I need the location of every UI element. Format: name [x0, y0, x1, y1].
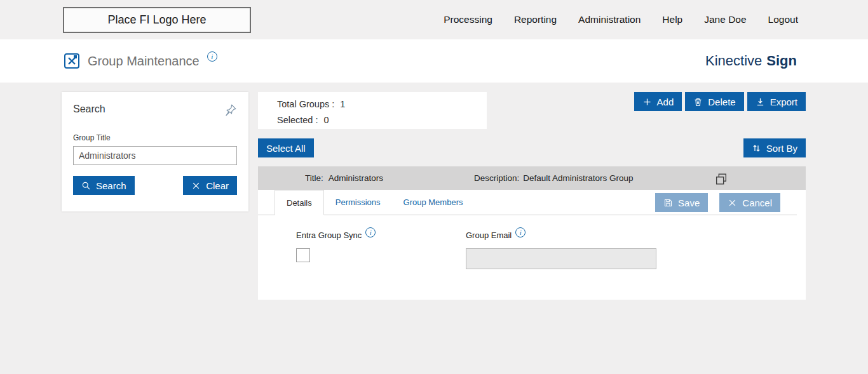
tab-group-members-label: Group Members — [403, 197, 463, 207]
group-toolbar: Add Delete Export — [634, 92, 806, 111]
cancel-x-icon — [728, 198, 737, 208]
search-button-label: Search — [96, 180, 126, 191]
download-icon — [756, 97, 765, 107]
group-email-field: Group Email i — [466, 230, 656, 269]
panel-actions: Save Cancel — [655, 193, 780, 212]
group-email-label: Group Email — [466, 230, 512, 240]
sort-by-label: Sort By — [766, 143, 797, 154]
export-button[interactable]: Export — [747, 92, 806, 111]
group-email-info-icon[interactable]: i — [515, 227, 526, 237]
clear-button[interactable]: Clear — [183, 176, 237, 195]
select-all-label: Select All — [266, 143, 306, 154]
search-icon — [81, 181, 91, 190]
tab-permissions[interactable]: Permissions — [324, 190, 392, 215]
entra-group-sync-field: Entra Group Sync i — [296, 230, 376, 262]
group-title-label: Group Title — [73, 133, 237, 142]
group-email-label-row: Group Email i — [466, 230, 656, 241]
group-maintenance-icon — [64, 53, 80, 69]
brand-first: Kinective — [705, 53, 762, 69]
group-detail-panel: Details Permissions Group Members — [258, 190, 806, 300]
group-title-field-value: Administrators — [329, 173, 383, 183]
selected-value: 0 — [324, 115, 329, 125]
nav-reporting[interactable]: Reporting — [514, 14, 557, 25]
tab-details[interactable]: Details — [275, 190, 324, 215]
plus-icon — [642, 97, 652, 107]
add-button[interactable]: Add — [634, 92, 682, 111]
save-button[interactable]: Save — [655, 193, 708, 212]
selected-label: Selected : — [277, 115, 318, 125]
group-description-label: Description: — [474, 173, 519, 183]
brand-logo: Kinective Sign — [705, 39, 797, 83]
save-button-label: Save — [678, 197, 700, 208]
page-info-icon[interactable]: i — [207, 51, 217, 62]
sort-arrows-icon — [752, 144, 761, 153]
sort-by-button[interactable]: Sort By — [743, 138, 806, 157]
brand-second: Sign — [766, 53, 797, 69]
fi-logo-text: Place FI Logo Here — [107, 13, 206, 27]
group-title-field-label: Title: — [305, 173, 323, 183]
total-groups-value: 1 — [340, 99, 345, 109]
save-floppy-icon — [663, 198, 673, 208]
entra-group-sync-label: Entra Group Sync — [296, 230, 362, 240]
delete-button-label: Delete — [708, 97, 735, 107]
pin-icon[interactable] — [224, 104, 237, 117]
nav-user-jane-doe[interactable]: Jane Doe — [704, 14, 746, 25]
total-groups-label: Total Groups : — [277, 99, 334, 109]
selected-row: Selected : 0 — [277, 112, 487, 128]
entra-group-sync-checkbox[interactable] — [296, 248, 310, 262]
search-button[interactable]: Search — [73, 176, 135, 195]
group-title-input[interactable] — [73, 146, 237, 165]
delete-button[interactable]: Delete — [685, 92, 743, 111]
tab-details-label: Details — [287, 198, 312, 208]
group-description-value: Default Administrators Group — [523, 173, 633, 183]
nav-logout[interactable]: Logout — [768, 14, 798, 25]
clear-x-icon — [191, 181, 201, 190]
nav-administration[interactable]: Administration — [578, 14, 641, 25]
cancel-button-label: Cancel — [742, 197, 772, 208]
clear-button-label: Clear — [206, 180, 229, 191]
total-groups-row: Total Groups : 1 — [277, 97, 487, 112]
page-title-group: Group Maintenance i — [64, 39, 217, 83]
group-row-title: Title: Administrators — [305, 166, 383, 190]
page-title: Group Maintenance — [88, 54, 200, 69]
tab-permissions-label: Permissions — [336, 197, 381, 207]
search-panel-header: Search — [73, 104, 237, 117]
trash-icon — [693, 97, 703, 107]
nav-processing[interactable]: Processing — [444, 14, 492, 25]
select-all-button[interactable]: Select All — [258, 138, 314, 157]
export-button-label: Export — [770, 97, 797, 107]
entra-group-sync-label-row: Entra Group Sync i — [296, 230, 376, 241]
group-summary-card: Total Groups : 1 Selected : 0 — [258, 92, 487, 129]
group-row-description: Description: Default Administrators Grou… — [474, 166, 634, 190]
top-navigation: Processing Reporting Administration Help… — [444, 0, 798, 39]
copy-icon[interactable] — [714, 172, 728, 186]
entra-group-sync-info-icon[interactable]: i — [365, 227, 376, 237]
add-button-label: Add — [657, 97, 674, 107]
tab-bar: Details Permissions Group Members — [258, 190, 797, 215]
cancel-button[interactable]: Cancel — [719, 193, 780, 212]
fi-logo-placeholder: Place FI Logo Here — [63, 7, 251, 33]
page-title-bar: Group Maintenance i Kinective Sign — [0, 39, 868, 83]
search-button-row: Search Clear — [73, 176, 237, 195]
search-panel: Search Group Title Search — [62, 92, 248, 211]
tab-group-members[interactable]: Group Members — [392, 190, 475, 215]
group-email-input[interactable] — [466, 248, 656, 269]
group-row[interactable]: Title: Administrators Description: Defau… — [258, 166, 806, 190]
nav-help[interactable]: Help — [662, 14, 682, 25]
top-header-bar: Place FI Logo Here Processing Reporting … — [0, 0, 868, 39]
app-root: Place FI Logo Here Processing Reporting … — [0, 0, 868, 374]
main-content: Search Group Title Search — [0, 83, 868, 374]
search-panel-heading: Search — [73, 104, 105, 115]
